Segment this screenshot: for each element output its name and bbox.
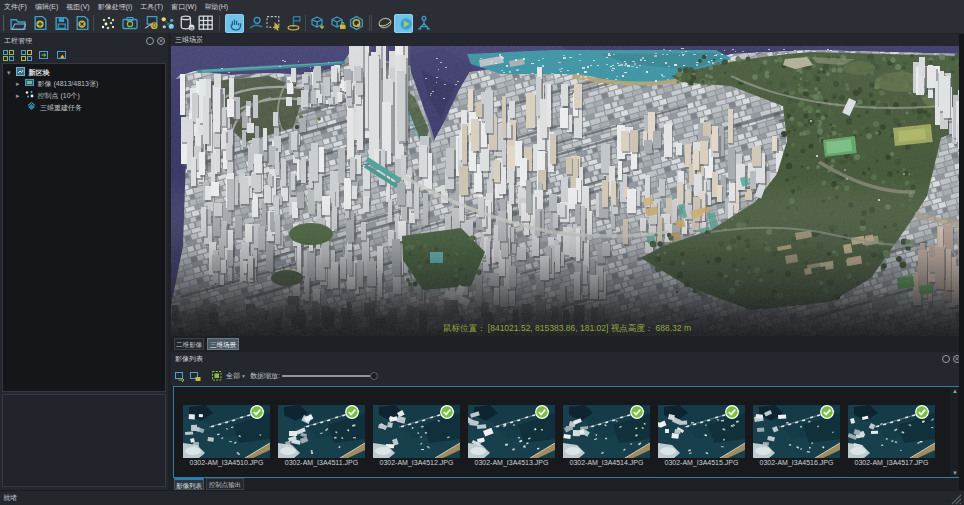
svg-text:o: o [190,25,193,31]
svg-text:鼠标位置： [841021.52, 815383.86,: 鼠标位置： [841021.52, 815383.86, 181.02] 视点高… [443,323,691,333]
svg-text:0: 0 [152,22,156,29]
